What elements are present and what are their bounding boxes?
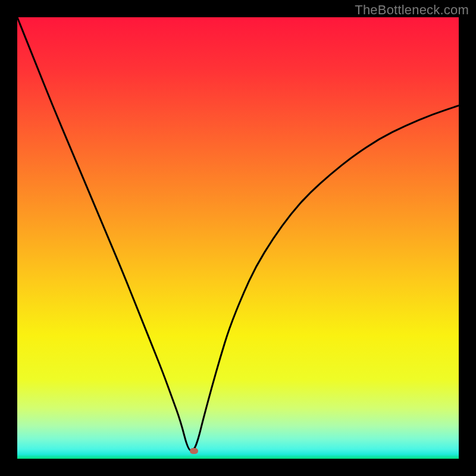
bottleneck-curve: [17, 17, 459, 459]
minimum-marker: [190, 448, 198, 454]
chart-frame: TheBottleneck.com: [0, 0, 476, 476]
watermark-text: TheBottleneck.com: [355, 2, 469, 18]
plot-area: [17, 17, 459, 459]
